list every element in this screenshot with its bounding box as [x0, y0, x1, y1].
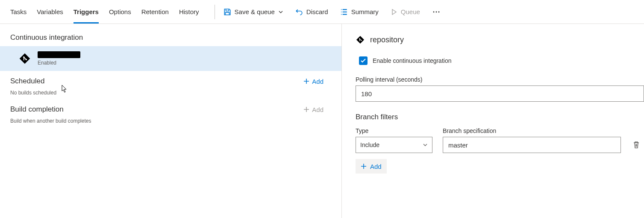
main: Continuous integration Enabled Scheduled…: [0, 24, 644, 218]
tab-history[interactable]: History: [179, 0, 199, 24]
polling-label: Polling interval (seconds): [356, 76, 644, 83]
branch-spec-label: Branch specification: [443, 127, 621, 134]
discard-button[interactable]: Discard: [295, 8, 328, 16]
delete-filter-button[interactable]: [631, 137, 641, 153]
git-icon: [356, 35, 365, 44]
branch-spec-column: Branch specification: [443, 127, 621, 153]
discard-label: Discard: [306, 8, 328, 15]
build-completion-text: Build completion: [10, 105, 64, 114]
enable-ci-checkbox[interactable]: [359, 56, 368, 65]
branch-filters-title: Branch filters: [356, 113, 644, 121]
scheduled-empty: No builds scheduled: [0, 90, 341, 99]
toolbar-separator: [215, 5, 215, 19]
build-completion-add-button[interactable]: Add: [303, 106, 323, 113]
panel-header: repository: [356, 35, 644, 44]
git-icon: [19, 53, 31, 65]
plus-icon: [303, 106, 309, 112]
build-completion-sub: Build when another build completes: [0, 118, 341, 127]
enable-ci-label: Enable continuous integration: [373, 57, 451, 64]
scheduled-title-text: Scheduled: [10, 77, 44, 85]
scheduled-section-title: Scheduled Add: [0, 71, 341, 90]
toolbar: Tasks Variables Triggers Options Retenti…: [0, 0, 644, 24]
play-icon: [391, 9, 397, 15]
list-icon: [340, 8, 348, 16]
plus-icon: [303, 78, 309, 84]
type-column: Type Include: [356, 127, 432, 153]
more-button[interactable]: [432, 9, 441, 15]
save-icon: [223, 8, 231, 16]
scheduled-add-label: Add: [312, 78, 323, 85]
undo-icon: [295, 8, 303, 16]
panel-header-text: repository: [370, 35, 404, 44]
scheduled-add-button[interactable]: Add: [303, 78, 323, 85]
add-filter-button[interactable]: Add: [356, 159, 387, 174]
svg-point-1: [435, 11, 437, 12]
branch-filter-row: Type Include Branch specification: [356, 127, 644, 153]
repo-name-wrap: Enabled: [38, 51, 80, 66]
add-filter-label: Add: [370, 163, 382, 170]
ci-title-text: Continuous integration: [10, 33, 83, 42]
type-dropdown[interactable]: Include: [356, 137, 432, 153]
toolbar-actions: Save & queue Discard Summary Queue: [223, 8, 441, 16]
tab-tasks[interactable]: Tasks: [10, 0, 26, 24]
chevron-down-icon: [278, 9, 283, 15]
right-panel: repository Enable continuous integration…: [342, 24, 644, 218]
queue-label: Queue: [401, 8, 420, 15]
tab-triggers[interactable]: Triggers: [74, 0, 99, 24]
enable-ci-row: Enable continuous integration: [359, 56, 644, 65]
tab-variables[interactable]: Variables: [37, 0, 63, 24]
type-label: Type: [356, 127, 432, 134]
chevron-down-icon: [423, 142, 428, 147]
ci-repo-row[interactable]: Enabled: [0, 46, 341, 71]
save-queue-button[interactable]: Save & queue: [223, 8, 283, 16]
summary-label: Summary: [351, 8, 379, 15]
svg-rect-6: [356, 36, 364, 44]
left-panel: Continuous integration Enabled Scheduled…: [0, 24, 342, 218]
check-icon: [360, 58, 366, 64]
svg-point-0: [433, 11, 434, 12]
branch-spec-input[interactable]: [443, 137, 621, 153]
svg-point-2: [438, 11, 439, 12]
repo-status: Enabled: [38, 60, 80, 66]
polling-input[interactable]: [356, 85, 644, 102]
ci-section-title: Continuous integration: [0, 27, 341, 46]
type-value: Include: [360, 141, 379, 148]
more-icon: [432, 9, 441, 15]
polling-group: Polling interval (seconds): [356, 76, 644, 102]
build-completion-add-label: Add: [312, 106, 323, 113]
plus-icon: [361, 163, 367, 169]
save-queue-label: Save & queue: [235, 8, 275, 15]
trash-icon: [633, 141, 640, 149]
tab-retention[interactable]: Retention: [141, 0, 169, 24]
build-completion-title: Build completion Add: [0, 99, 341, 118]
tab-options[interactable]: Options: [109, 0, 131, 24]
summary-button[interactable]: Summary: [340, 8, 379, 16]
queue-button[interactable]: Queue: [391, 8, 420, 15]
tabs: Tasks Variables Triggers Options Retenti…: [10, 0, 199, 24]
repo-name-redacted: [38, 51, 80, 58]
